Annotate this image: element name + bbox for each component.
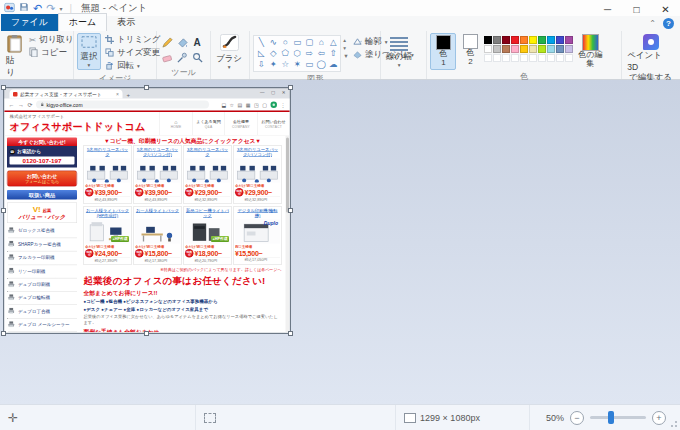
palette-color-ffc90e[interactable]	[520, 45, 528, 53]
product-card[interactable]: お一人様ライトパック今だけ!W目玉特価特典付¥15,800~税込17,380円	[134, 206, 182, 265]
tab-view[interactable]: 表示	[107, 14, 145, 31]
browser-close-icon[interactable]: ✕	[282, 90, 286, 95]
help-icon[interactable]: ?	[663, 18, 674, 29]
callout-cloud-shape-icon[interactable]: ☁	[327, 59, 339, 70]
undo-icon[interactable]: ↶	[33, 3, 42, 14]
product-card[interactable]: 5名用のリユースパック(パソコン付)今だけ!W目玉特価特典付¥39,900~税込…	[134, 145, 182, 204]
share-icon[interactable]: ⬓	[221, 102, 226, 108]
palette-color-99d9ea[interactable]	[547, 45, 555, 53]
product-card[interactable]: お一人様ライトパック(HP作成付)+HP作成今だけ!W目玉特価特典付¥24,90…	[84, 206, 132, 265]
product-card[interactable]: 3名用のリユースパック今だけ!W目玉特価特典付¥29,900~税込32,890円	[184, 145, 232, 204]
fill-tool-icon[interactable]	[175, 35, 189, 49]
palette-empty-slot[interactable]	[538, 54, 546, 62]
palette-empty-slot[interactable]	[529, 54, 537, 62]
selection-handle[interactable]	[1, 85, 6, 90]
arrow-left-shape-icon[interactable]: ⇦	[315, 48, 327, 59]
nav-item-q&a[interactable]: よくある質問Q&A	[192, 112, 225, 135]
palette-empty-slot[interactable]	[565, 54, 573, 62]
palette-color-ed1c24[interactable]	[511, 36, 519, 44]
zoom-slider-thumb[interactable]	[608, 411, 614, 424]
color2-button[interactable]: 色2	[458, 33, 482, 68]
redo-icon[interactable]: ↷	[46, 3, 55, 14]
selection-handle[interactable]	[144, 331, 149, 336]
arrow-down-shape-icon[interactable]: ⇩	[255, 59, 267, 70]
cut-button[interactable]: ✂ 切り取り	[27, 34, 76, 46]
star-4-shape-icon[interactable]: ✦	[267, 59, 279, 70]
sidebar-product-link[interactable]: フルカラー印刷機	[7, 251, 77, 264]
brush-button[interactable]: ブラシ ▾	[214, 33, 244, 71]
palette-color-000000[interactable]	[484, 36, 492, 44]
product-card-title[interactable]: 新品コピー機ライトパック	[185, 208, 230, 220]
browser-scrollbar[interactable]	[286, 136, 290, 333]
bookmark-star-icon[interactable]: ☆	[230, 102, 234, 108]
resize-button[interactable]: サイズ変更	[103, 47, 163, 59]
extension-icon[interactable]: ▢	[262, 102, 267, 108]
selection-handle[interactable]	[1, 331, 6, 336]
line-shape-icon[interactable]: ╲	[255, 37, 267, 48]
selection-handle[interactable]	[288, 331, 293, 336]
palette-color-c3c3c3[interactable]	[493, 45, 501, 53]
palette-empty-slot[interactable]	[511, 54, 519, 62]
browser-menu-icon[interactable]: ⋮	[281, 102, 286, 108]
palette-color-7092be[interactable]	[556, 45, 564, 53]
product-card-title[interactable]: お一人様ライトパック	[135, 208, 180, 220]
oval-shape-icon[interactable]: ○	[279, 37, 291, 48]
products-button[interactable]: 取扱い商品	[7, 190, 77, 200]
browser-maximize-icon[interactable]: ▢	[271, 90, 275, 95]
browser-tab[interactable]: 起業オフィス支援・オフィスサポート ×	[10, 90, 123, 99]
palette-color-3f48cc[interactable]	[556, 36, 564, 44]
product-card-title[interactable]: 3名用のリユースパック	[185, 147, 230, 159]
product-card[interactable]: デジタル印刷機(輪転機)DuploW目玉特価¥15,500~税込17,050円	[234, 206, 282, 265]
product-card[interactable]: 5名用のリユースパック今だけ!W目玉特価特典付¥39,900~税込43,890円	[84, 145, 132, 204]
product-card[interactable]: 3名用のリユースパック(パソコン付)今だけ!W目玉特価特典付¥29,900~税込…	[234, 145, 282, 204]
selection-handle[interactable]	[144, 85, 149, 90]
hexagon-shape-icon[interactable]: ⬡	[291, 48, 303, 59]
sidebar-product-link[interactable]: ゼロックス複合機	[7, 225, 77, 238]
rotate-button[interactable]: 回転▾	[103, 60, 163, 72]
collapse-ribbon-icon[interactable]: ⌃	[649, 19, 656, 28]
shapes-scroll-down-icon[interactable]: ▾	[343, 45, 348, 51]
nav-item-home[interactable]: ⌂HOME	[160, 112, 193, 135]
nav-item-contact[interactable]: お問い合わせCONTACT	[257, 112, 290, 135]
extension-icon[interactable]: ◳	[254, 102, 259, 108]
sidebar-product-link[interactable]: デュプロ印刷機	[7, 278, 77, 291]
triangle-shape-icon[interactable]: △	[327, 37, 339, 48]
shapes-more-icon[interactable]: ▼	[343, 53, 348, 59]
canvas-area[interactable]: 起業オフィス支援・オフィスサポート × + — ▢ ✕ ← → ⟳	[0, 80, 680, 405]
star-5-shape-icon[interactable]: ☆	[279, 59, 291, 70]
palette-empty-slot[interactable]	[493, 54, 501, 62]
resize-grip[interactable]	[670, 420, 678, 428]
selection-handle[interactable]	[288, 208, 293, 213]
palette-color-7f7f7f[interactable]	[493, 36, 501, 44]
nav-item-company[interactable]: 会社概要COMPANY	[225, 112, 258, 135]
scrollbar-thumb[interactable]	[286, 138, 289, 213]
palette-color-b97a57[interactable]	[502, 45, 510, 53]
tab-close-icon[interactable]: ×	[116, 91, 119, 97]
sidebar-product-link[interactable]: デュプロ メールシーラー	[7, 319, 77, 332]
magnifier-tool-icon[interactable]	[190, 50, 204, 64]
tab-file[interactable]: ファイル	[1, 14, 58, 31]
palette-color-ffffff[interactable]	[484, 45, 492, 53]
save-icon[interactable]	[19, 2, 29, 14]
line-width-button[interactable]: 線の幅 ▾	[384, 33, 414, 69]
palette-color-ff7f27[interactable]	[520, 36, 528, 44]
profile-avatar[interactable]	[271, 101, 278, 108]
palette-color-22b14c[interactable]	[538, 36, 546, 44]
product-card[interactable]: 新品コピー機ライトパック+HP作成今だけ!W目玉特価特典付¥18,900~税込2…	[184, 206, 232, 265]
pasted-selection[interactable]: 起業オフィス支援・オフィスサポート × + — ▢ ✕ ← → ⟳	[4, 88, 290, 333]
star-6-shape-icon[interactable]: ✶	[291, 59, 303, 70]
product-card-title[interactable]: 5名用のリユースパック(パソコン付)	[135, 147, 180, 159]
arrow-right-shape-icon[interactable]: ⇨	[303, 48, 315, 59]
color-picker-tool-icon[interactable]	[175, 50, 189, 64]
sidebar-product-link[interactable]: SHARPカラー複合機	[7, 238, 77, 251]
polygon-shape-icon[interactable]: ⌂	[315, 37, 327, 48]
rectangle-shape-icon[interactable]: ▭	[291, 37, 303, 48]
copy-button[interactable]: コピー	[27, 47, 76, 59]
zoom-slider[interactable]	[590, 416, 646, 419]
palette-color-ffaec9[interactable]	[511, 45, 519, 53]
palette-color-a349a4[interactable]	[565, 36, 573, 44]
reload-icon[interactable]: ⟳	[28, 101, 33, 108]
selection-handle[interactable]	[1, 208, 6, 213]
right-triangle-shape-icon[interactable]: ◺	[255, 48, 267, 59]
pentagon-shape-icon[interactable]: ⬠	[279, 48, 291, 59]
